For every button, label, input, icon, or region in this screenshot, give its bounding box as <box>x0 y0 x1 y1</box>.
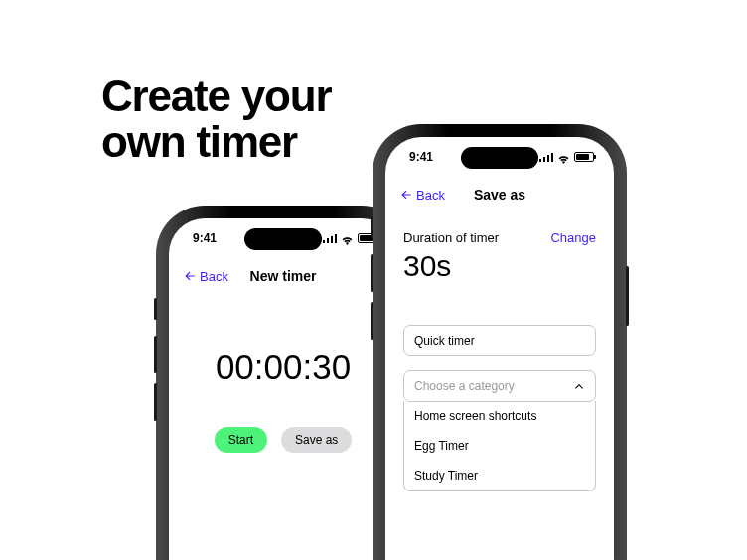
headline-l2: own timer <box>101 117 297 166</box>
status-icons <box>539 152 594 162</box>
signal-icon <box>323 234 337 243</box>
wifi-icon <box>557 153 570 162</box>
category-dropdown: Home screen shortcuts Egg Timer Study Ti… <box>403 401 596 491</box>
nav-bar: Back Save as <box>385 177 614 212</box>
category-option[interactable]: Home screen shortcuts <box>404 401 595 431</box>
battery-icon <box>574 152 594 162</box>
wifi-icon <box>341 234 354 243</box>
category-option[interactable]: Egg Timer <box>404 431 595 461</box>
duration-label: Duration of timer <box>403 230 499 245</box>
back-label: Back <box>416 188 445 203</box>
page-title: New timer <box>250 268 317 284</box>
status-time: 9:41 <box>193 231 217 245</box>
action-row: Start Save as <box>169 427 397 453</box>
dynamic-island <box>461 147 538 169</box>
page-title: Save as <box>474 187 525 203</box>
headline: Create your own timer <box>101 73 331 165</box>
screen: 9:41 Back Save as Duration of timer Chan… <box>385 137 614 560</box>
side-button <box>371 254 374 292</box>
side-button <box>154 298 157 320</box>
nav-bar: Back New timer <box>169 258 397 294</box>
change-button[interactable]: Change <box>550 230 596 245</box>
side-button <box>371 302 374 340</box>
screen: 9:41 Back New timer 00:00:30 Start Save … <box>169 218 397 560</box>
status-time: 9:41 <box>409 150 433 164</box>
back-label: Back <box>200 269 228 284</box>
duration-value: 30s <box>403 249 596 283</box>
timer-name-input[interactable]: Quick timer <box>403 325 596 356</box>
duration-row: Duration of timer Change <box>403 230 596 245</box>
status-icons <box>323 233 377 243</box>
content: Duration of timer Change 30s Quick timer… <box>385 230 614 491</box>
arrow-left-icon <box>399 188 413 202</box>
category-placeholder: Choose a category <box>414 379 515 393</box>
timer-display[interactable]: 00:00:30 <box>169 348 397 387</box>
start-button[interactable]: Start <box>215 427 267 453</box>
category-option[interactable]: Study Timer <box>404 461 595 490</box>
side-button <box>371 216 374 238</box>
headline-l1: Create your <box>101 71 331 120</box>
back-button[interactable]: Back <box>183 269 228 284</box>
signal-icon <box>539 153 553 162</box>
back-button[interactable]: Back <box>399 188 445 203</box>
side-button <box>626 266 629 326</box>
save-as-button[interactable]: Save as <box>281 427 352 453</box>
chevron-up-icon <box>573 380 585 392</box>
phone-save-as: 9:41 Back Save as Duration of timer Chan… <box>375 127 624 560</box>
arrow-left-icon <box>183 269 197 283</box>
side-button <box>154 336 157 373</box>
side-button <box>154 383 157 421</box>
category-select[interactable]: Choose a category <box>403 370 596 402</box>
dynamic-island <box>244 228 322 250</box>
